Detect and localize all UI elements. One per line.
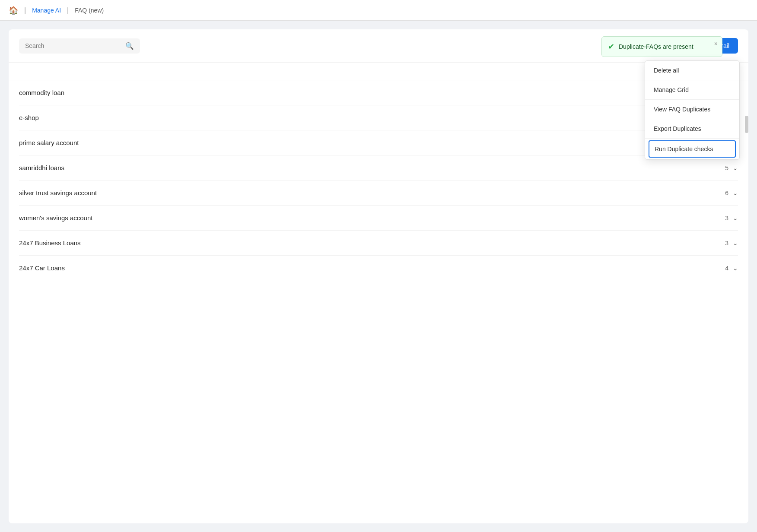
faq-item: commodity loan [19, 80, 738, 105]
separator-1: | [24, 6, 26, 14]
dropdown-menu: Delete all Manage Grid View FAQ Duplicat… [645, 60, 740, 160]
notification-banner: ✔ Duplicate-FAQs are present × [601, 36, 722, 57]
chevron-down-icon[interactable]: ⌄ [733, 265, 738, 272]
faq-title: women's savings account [19, 214, 92, 222]
manage-ai-link[interactable]: Manage AI [32, 7, 61, 14]
faq-count: 6 [725, 190, 728, 196]
dropdown-item-view-faq-duplicates[interactable]: View FAQ Duplicates [645, 100, 739, 119]
faq-item: silver trust savings account 6 ⌄ [19, 180, 738, 206]
chevron-down-icon[interactable]: ⌄ [733, 165, 738, 171]
faq-item: women's savings account 3 ⌄ [19, 206, 738, 231]
faq-meta: 5 ⌄ [725, 165, 738, 171]
search-input[interactable] [25, 42, 122, 49]
topbar: 🏠 | Manage AI | FAQ (new) [0, 0, 757, 21]
faq-count: 4 [725, 265, 728, 272]
current-page-label: FAQ (new) [75, 7, 104, 14]
check-circle-icon: ✔ [608, 42, 614, 51]
faq-count: 3 [725, 240, 728, 247]
scrollbar-indicator[interactable] [745, 116, 748, 133]
faq-title: silver trust savings account [19, 189, 97, 196]
main-content: 🔍 ↻ Quick Train Trail ✔ Duplicate-FAQs a… [9, 29, 748, 523]
chevron-down-icon[interactable]: ⌄ [733, 215, 738, 222]
faq-meta: 6 ⌄ [725, 190, 738, 196]
faq-item: 24x7 Car Loans 4 ⌄ [19, 256, 738, 280]
faq-title: 24x7 Car Loans [19, 264, 65, 272]
dropdown-item-manage-grid[interactable]: Manage Grid [645, 80, 739, 100]
search-wrapper: 🔍 [19, 38, 140, 54]
faq-title: prime salary account [19, 139, 79, 146]
chevron-down-icon[interactable]: ⌄ [733, 190, 738, 196]
dropdown-item-delete-all[interactable]: Delete all [645, 61, 739, 80]
toolbar: 🔍 ↻ Quick Train Trail ✔ Duplicate-FAQs a… [9, 29, 748, 63]
faq-item: samriddhi loans 5 ⌄ [19, 155, 738, 180]
separator-2: | [67, 6, 69, 14]
faq-list: commodity loan e-shop prime salary accou… [9, 80, 748, 280]
home-icon[interactable]: 🏠 [9, 6, 18, 15]
faq-item: 24x7 Business Loans 3 ⌄ [19, 231, 738, 256]
faq-title: samriddhi loans [19, 164, 64, 171]
dropdown-item-run-duplicate-checks[interactable]: Run Duplicate checks [649, 140, 736, 158]
faq-title: e-shop [19, 114, 39, 121]
faq-item: e-shop [19, 105, 738, 130]
faq-meta: 4 ⌄ [725, 265, 738, 272]
faq-title: commodity loan [19, 89, 64, 96]
chevron-down-icon[interactable]: ⌄ [733, 240, 738, 247]
notification-close-button[interactable]: × [714, 40, 718, 47]
faq-meta: 3 ⌄ [725, 240, 738, 247]
faq-count: 5 [725, 165, 728, 171]
faq-count: 3 [725, 215, 728, 222]
faq-item: prime salary account 6 ⌄ [19, 130, 738, 155]
faq-meta: 3 ⌄ [725, 215, 738, 222]
notification-text: Duplicate-FAQs are present [619, 43, 693, 50]
search-icon: 🔍 [125, 42, 134, 50]
faq-title: 24x7 Business Loans [19, 239, 81, 247]
dropdown-item-export-duplicates[interactable]: Export Duplicates [645, 119, 739, 139]
stats-row: Total FAQ(s) [9, 63, 748, 80]
